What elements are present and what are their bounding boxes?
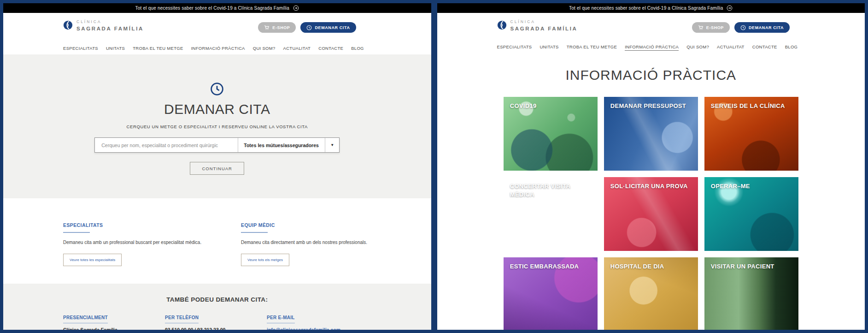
nav-item-actualitat[interactable]: ACTUALITAT bbox=[283, 46, 311, 51]
tile-label: ESTIC EMBARASSADA bbox=[510, 262, 592, 271]
clock-icon bbox=[740, 25, 746, 30]
practical-info-grid: COVID19 DEMANAR PRESSUPOST SERVEIS DE LA… bbox=[504, 97, 798, 330]
clinic-logo-icon bbox=[63, 20, 73, 30]
clinic-logo[interactable]: CLÍNICA SAGRADA FAMÍLIA bbox=[497, 19, 578, 31]
eshop-button[interactable]: E-SHOP bbox=[692, 22, 730, 33]
tile-concertar-visita-medica[interactable]: CONCERTAR VISITA MÈDICA bbox=[504, 177, 598, 251]
continue-button[interactable]: CONTINUAR bbox=[190, 162, 244, 175]
tile-demanar-pressupost[interactable]: DEMANAR PRESSUPOST bbox=[604, 97, 698, 171]
nav-item-contacte[interactable]: CONTACTE bbox=[318, 46, 343, 51]
nav-item-informacio-practica[interactable]: INFORMACIÓ PRÀCTICA bbox=[625, 44, 679, 51]
page-title: DEMANAR CITA bbox=[3, 101, 431, 117]
tile-operar-me[interactable]: OPERAR–ME bbox=[704, 177, 798, 251]
eshop-button[interactable]: E-SHOP bbox=[258, 22, 296, 33]
clock-icon bbox=[306, 25, 312, 30]
tile-hospital-de-dia[interactable]: HOSPITAL DE DIA bbox=[604, 257, 698, 330]
per-email-link[interactable]: PER E-MAIL bbox=[267, 315, 295, 323]
tile-covid19[interactable]: COVID19 bbox=[504, 97, 598, 171]
column-email: PER E-MAIL info@clinicasagradafamilia.co… bbox=[267, 313, 369, 330]
veure-metges-button[interactable]: Veure tots els metges bbox=[241, 254, 289, 266]
equip-medic-description: Demaneu cita directament amb un dels nos… bbox=[241, 239, 388, 246]
other-ways-section: TAMBÉ PODEU DEMANAR CITA: PRESENCIALMENT… bbox=[3, 284, 431, 330]
nav-item-unitats[interactable]: UNITATS bbox=[540, 44, 558, 51]
demanar-cita-button[interactable]: DEMANAR CITA bbox=[300, 22, 356, 33]
nav-item-blog[interactable]: BLOG bbox=[785, 44, 798, 51]
shopping-cart-icon bbox=[698, 25, 704, 30]
main-nav: ESPECIALITATS UNITATS TROBA EL TEU METGE… bbox=[497, 44, 798, 51]
tile-sollicitar-una-prova[interactable]: SOL·LICITAR UNA PROVA bbox=[604, 177, 698, 251]
two-screenshot-frame: Tot el que necessites saber sobre el Cov… bbox=[0, 0, 868, 333]
eshop-label: E-SHOP bbox=[272, 25, 290, 30]
nav-item-blog[interactable]: BLOG bbox=[351, 46, 364, 51]
header-actions: E-SHOP DEMANAR CITA bbox=[692, 22, 790, 33]
search-input[interactable] bbox=[95, 138, 238, 152]
nav-item-informacio-practica[interactable]: INFORMACIÓ PRÀCTICA bbox=[191, 46, 245, 51]
option-equip-medic: EQUIP MÈDIC Demaneu cita directament amb… bbox=[241, 198, 419, 284]
shopping-cart-icon bbox=[264, 25, 270, 30]
presencialment-link[interactable]: PRESENCIALMENT bbox=[63, 315, 108, 323]
per-telefon-link[interactable]: PER TELÈFON bbox=[165, 315, 199, 323]
nav-item-unitats[interactable]: UNITATS bbox=[106, 46, 125, 51]
tile-label: DEMANAR PRESSUPOST bbox=[610, 102, 692, 110]
tile-label: VISITAR UN PACIENT bbox=[711, 262, 793, 271]
covid-banner-text: Tot el que necessites saber sobre el Cov… bbox=[135, 6, 289, 11]
tile-label: COVID19 bbox=[510, 102, 592, 110]
other-ways-columns: PRESENCIALMENT Clínica Sagrada Família P… bbox=[3, 313, 431, 330]
demanar-cita-label: DEMANAR CITA bbox=[749, 25, 784, 30]
tile-label: OPERAR–ME bbox=[711, 182, 793, 190]
logo-line-2: SAGRADA FAMÍLIA bbox=[76, 26, 144, 31]
tile-visitar-un-pacient[interactable]: VISITAR UN PACIENT bbox=[704, 257, 798, 330]
chevron-down-icon: ▼ bbox=[325, 138, 339, 152]
arrow-right-circle-icon bbox=[293, 5, 299, 11]
especialitats-underline bbox=[63, 232, 90, 233]
site-header: CLÍNICA SAGRADA FAMÍLIA E-SHOP DEMANAR C… bbox=[437, 13, 865, 54]
tile-label: HOSPITAL DE DIA bbox=[610, 262, 692, 271]
option-especialitats: ESPECIALITATS Demaneu cita amb un profes… bbox=[63, 198, 241, 284]
demanar-cita-label: DEMANAR CITA bbox=[315, 25, 350, 30]
phone-numbers: 93 510 00 00 / 93 212 23 00 bbox=[165, 327, 267, 330]
eshop-label: E-SHOP bbox=[706, 25, 724, 30]
column-telefon: PER TELÈFON 93 510 00 00 / 93 212 23 00 bbox=[165, 313, 267, 330]
tile-label: SERVEIS DE LA CLÍNICA bbox=[711, 102, 793, 110]
email-link[interactable]: info@clinicasagradafamilia.com bbox=[267, 327, 369, 330]
clinic-logo-icon bbox=[497, 20, 507, 30]
covid-banner: Tot el que necessites saber sobre el Cov… bbox=[3, 3, 431, 13]
especialitats-link[interactable]: ESPECIALITATS bbox=[63, 222, 103, 228]
covid-banner-link[interactable]: Tot el que necessites saber sobre el Cov… bbox=[135, 5, 299, 11]
appointment-clock-icon bbox=[210, 82, 224, 96]
logo-line-2: SAGRADA FAMÍLIA bbox=[510, 26, 578, 31]
nav-item-troba-el-teu-metge[interactable]: TROBA EL TEU METGE bbox=[133, 46, 183, 51]
tile-label: SOL·LICITAR UNA PROVA bbox=[610, 182, 692, 190]
nav-item-especialitats[interactable]: ESPECIALITATS bbox=[497, 44, 532, 51]
header-actions: E-SHOP DEMANAR CITA bbox=[258, 22, 356, 33]
covid-banner-text: Tot el que necessites saber sobre el Cov… bbox=[569, 6, 723, 11]
appointment-options-section: ESPECIALITATS Demaneu cita amb un profes… bbox=[3, 198, 431, 284]
demanar-cita-button[interactable]: DEMANAR CITA bbox=[734, 22, 790, 33]
clinic-name: Clínica Sagrada Família bbox=[63, 327, 165, 330]
arrow-right-circle-icon bbox=[727, 5, 733, 11]
tile-estic-embarassada[interactable]: ESTIC EMBARASSADA bbox=[504, 257, 598, 330]
tile-label: CONCERTAR VISITA MÈDICA bbox=[510, 182, 592, 199]
nav-item-qui-som[interactable]: QUI SOM? bbox=[253, 46, 276, 51]
covid-banner-link[interactable]: Tot el que necessites saber sobre el Cov… bbox=[569, 5, 733, 11]
nav-item-qui-som[interactable]: QUI SOM? bbox=[686, 44, 709, 51]
clinic-logo[interactable]: CLÍNICA SAGRADA FAMÍLIA bbox=[63, 19, 144, 31]
informacio-practica-page: Tot el que necessites saber sobre el Cov… bbox=[437, 3, 865, 330]
insurance-select-value: Totes les mútues/asseguradores bbox=[238, 138, 325, 152]
other-ways-title: TAMBÉ PODEU DEMANAR CITA: bbox=[3, 296, 431, 303]
tile-serveis-de-la-clinica[interactable]: SERVEIS DE LA CLÍNICA bbox=[704, 97, 798, 171]
nav-item-troba-el-teu-metge[interactable]: TROBA EL TEU METGE bbox=[567, 44, 617, 51]
appointment-search-bar: Totes les mútues/asseguradores ▼ bbox=[94, 137, 340, 153]
nav-item-especialitats[interactable]: ESPECIALITATS bbox=[63, 46, 98, 51]
page-title: INFORMACIÓ PRÀCTICA bbox=[437, 67, 865, 83]
nav-item-contacte[interactable]: CONTACTE bbox=[752, 44, 777, 51]
equip-medic-link[interactable]: EQUIP MÈDIC bbox=[241, 222, 275, 228]
column-presencialment: PRESENCIALMENT Clínica Sagrada Família bbox=[63, 313, 165, 330]
practical-info-content: INFORMACIÓ PRÀCTICA COVID19 DEMANAR PRES… bbox=[437, 54, 865, 330]
veure-especialitats-button[interactable]: Veure totes les especialitats bbox=[63, 254, 122, 266]
nav-item-actualitat[interactable]: ACTUALITAT bbox=[717, 44, 745, 51]
equip-medic-underline bbox=[241, 232, 268, 233]
insurance-select[interactable]: Totes les mútues/asseguradores ▼ bbox=[238, 138, 339, 152]
site-header: CLÍNICA SAGRADA FAMÍLIA E-SHOP DEMANAR C… bbox=[3, 13, 431, 54]
main-nav: ESPECIALITATS UNITATS TROBA EL TEU METGE… bbox=[63, 46, 364, 51]
